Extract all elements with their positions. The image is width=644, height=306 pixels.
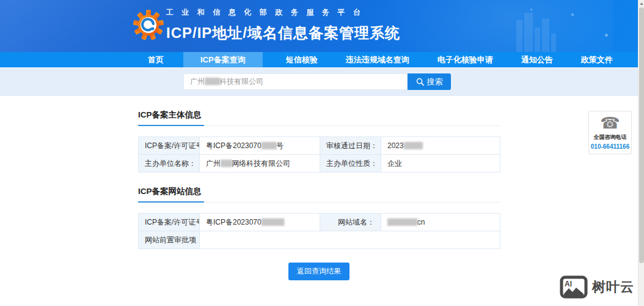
org-redacted: ███ (221, 160, 232, 166)
subject-section-title: ICP备案主体信息 (138, 110, 204, 126)
watermark-text: 树叶云 (592, 278, 634, 296)
national-hotline-panel: ☎ 全国咨询电话 010-66411166 (588, 111, 632, 154)
website-section-header: ICP备案网站信息 (138, 185, 500, 203)
field-label-org-nature: 主办单位性质： (320, 155, 381, 173)
city-silhouette (551, 34, 556, 52)
back-to-results-button[interactable]: 返回查询结果 (288, 263, 349, 280)
city-silhouette (516, 20, 522, 52)
table-row: 网站前置审批项： (139, 231, 500, 249)
scrollbar-thumb[interactable] (639, 7, 644, 263)
org-suffix: 网络科技有限公司 (232, 159, 290, 168)
field-label-site-license: ICP备案/许可证号： (139, 214, 200, 231)
search-button[interactable]: 搜索 (408, 73, 451, 90)
search-icon (416, 78, 424, 86)
search-band: 广州████科技有限公司 搜索 (0, 67, 638, 96)
field-label-pre-approval: 网站前置审批项： (139, 231, 200, 249)
field-value-domain: ████████cn (381, 214, 500, 231)
nav-item-e-verify-apply[interactable]: 电子化核验申请 (429, 52, 502, 67)
decor-dot (571, 13, 574, 16)
date-prefix: 2023 (387, 141, 404, 150)
field-value-pre-approval (200, 231, 500, 249)
system-title: ICP/IP地址/域名信息备案管理系统 (166, 23, 400, 43)
main-navigation: 首页 ICP备案查询 短信核验 违法违规域名查询 电子化核验申请 通知公告 政策… (0, 52, 638, 67)
org-prefix: 广州 (206, 159, 221, 168)
platform-title: 工业和信息化部政务服务平台 (166, 7, 400, 18)
search-button-label: 搜索 (427, 76, 443, 88)
field-value-org-nature: 企业 (381, 155, 500, 173)
nav-item-policies[interactable]: 政策文件 (573, 52, 621, 67)
license-redacted: ████ (262, 142, 276, 149)
site-license-prefix: 粤ICP备2023070 (206, 218, 262, 226)
field-value-license: 粤ICP备2023070████号 (200, 137, 320, 155)
site-license-redacted: ██████ (262, 218, 284, 225)
decor-dot (530, 9, 532, 10)
nav-item-icp-query[interactable]: ICP备案查询 (183, 52, 263, 67)
subject-info-table: ICP备案/许可证号： 粤ICP备2023070████号 审核通过日期： 20… (138, 136, 500, 173)
nav-item-notices[interactable]: 通知公告 (513, 52, 562, 67)
main-content: ICP备案主体信息 ICP备案/许可证号： 粤ICP备2023070████号 … (0, 96, 638, 306)
search-input[interactable]: 广州████科技有限公司 (183, 73, 408, 90)
hotline-label: 全国咨询电话 (594, 133, 627, 141)
website-info-table: ICP备案/许可证号： 粤ICP备2023070██████ 网站域名： ███… (138, 213, 500, 249)
field-label-domain: 网站域名： (320, 214, 381, 231)
watermark-brand: AI 树叶云 (560, 275, 634, 299)
city-silhouette (542, 18, 549, 52)
field-label-license: ICP备案/许可证号： (139, 137, 200, 155)
miit-gear-logo-icon (133, 9, 164, 41)
domain-suffix: cn (417, 218, 425, 226)
nav-item-sms-verify[interactable]: 短信核验 (277, 52, 326, 67)
field-label-approval-date: 审核通过日期： (320, 137, 381, 155)
field-value-approval-date: 2023█████ (381, 137, 500, 155)
nav-item-illegal-domain-query[interactable]: 违法违规域名查询 (337, 52, 418, 67)
telephone-icon: ☎ (600, 115, 620, 131)
date-redacted: █████ (404, 142, 422, 149)
svg-text:AI: AI (565, 280, 572, 288)
vertical-scrollbar[interactable] (638, 0, 644, 306)
scrollbar-up-arrow-icon[interactable] (640, 2, 643, 5)
city-silhouette (535, 28, 540, 52)
header-banner: 工业和信息化部政务服务平台 ICP/IP地址/域名信息备案管理系统 (0, 0, 638, 52)
city-silhouette (524, 13, 533, 52)
field-label-org-name: 主办单位名称： (139, 155, 200, 173)
field-value-org-name: 广州███网络科技有限公司 (200, 155, 320, 173)
search-query-redacted: ████ (205, 78, 219, 84)
table-row: 主办单位名称： 广州███网络科技有限公司 主办单位性质： 企业 (139, 155, 500, 173)
search-query-suffix: 科技有限公司 (219, 76, 263, 87)
table-row: ICP备案/许可证号： 粤ICP备2023070████号 审核通过日期： 20… (139, 137, 500, 155)
field-value-site-license: 粤ICP备2023070██████ (200, 214, 320, 231)
search-query-prefix: 广州 (190, 76, 205, 87)
nav-item-home[interactable]: 首页 (139, 52, 172, 67)
table-row: ICP备案/许可证号： 粤ICP备2023070██████ 网站域名： ███… (139, 214, 500, 231)
website-section-title: ICP备案网站信息 (138, 186, 204, 203)
license-prefix: 粤ICP备2023070 (206, 141, 262, 150)
ai-image-icon: AI (560, 275, 588, 299)
decor-dot (605, 34, 608, 37)
subject-section-header: ICP备案主体信息 (138, 109, 500, 126)
domain-redacted: ████████ (387, 218, 417, 225)
hotline-number[interactable]: 010-66411166 (591, 143, 629, 150)
license-suffix: 号 (276, 141, 284, 150)
